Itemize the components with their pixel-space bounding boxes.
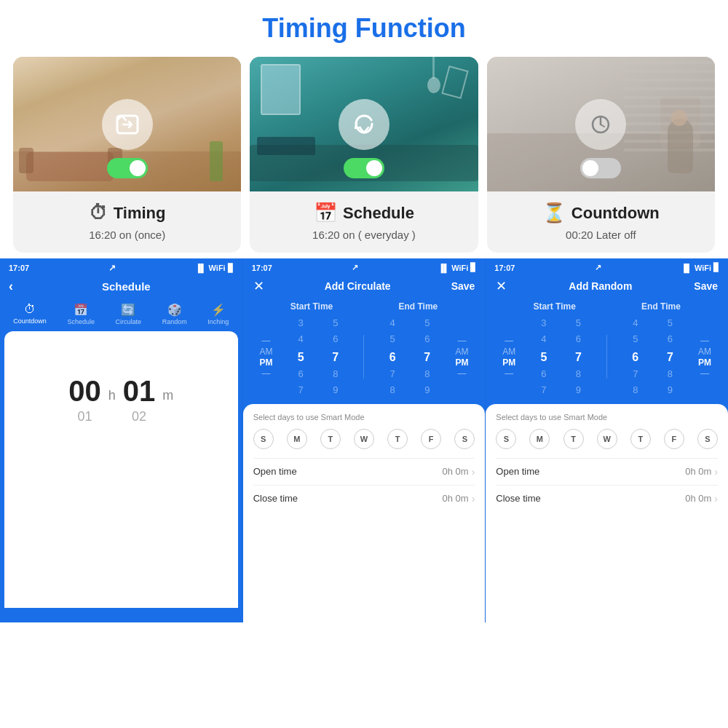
min-col-start3: 5 6 7 8 9 [570, 316, 586, 398]
timing-card-title: ⏱ Timing [22, 202, 232, 224]
tab-random[interactable]: 🎲 Random [162, 303, 187, 325]
clock-icon: ⏱ [89, 202, 108, 224]
phone2-time-labels: Start Time End Time [243, 298, 486, 314]
countdown-phone-icon [575, 99, 626, 150]
day3-T1[interactable]: T [563, 429, 584, 449]
back-arrow-icon[interactable]: ‹ [9, 279, 13, 294]
wifi-icon: WiFi [209, 264, 226, 272]
day3-F[interactable]: F [664, 429, 684, 449]
close-button-3[interactable]: ✕ [496, 278, 507, 294]
phone2-scroll-picker: — AM PM — 3 4 5 6 7 5 6 7 8 9 [243, 314, 486, 400]
chevron-right-icon-3: › [714, 466, 718, 478]
phone3-nav-title: Add Random [569, 280, 632, 292]
tab-countdown[interactable]: ⏱ Countdown [13, 303, 47, 325]
phone1-status-bar: 17:07 ↗ ▐▌ WiFi ▊ [0, 258, 242, 276]
tab-circulate[interactable]: 🔄 Circulate [116, 303, 142, 325]
min-col-start: 5 6 7 8 9 [328, 316, 344, 398]
countdown-card-title: ⏳ Countdown [496, 202, 706, 224]
phone1-location: ↗ [108, 263, 116, 273]
day3-W[interactable]: W [597, 429, 617, 449]
hour-col: 00 01 [68, 375, 101, 424]
day-T1[interactable]: T [320, 429, 341, 449]
circulate-tab-icon: 🔄 [121, 303, 135, 317]
save-button-2[interactable]: Save [451, 280, 475, 292]
tab-schedule[interactable]: 📅 Schedule [67, 303, 95, 325]
ampm-col-start: — AM PM — [258, 336, 274, 379]
countdown-toggle[interactable] [580, 158, 621, 178]
min-sub: 02 [132, 409, 146, 424]
schedule-repeat-icon [339, 99, 389, 150]
chevron-right-icon: › [472, 466, 475, 478]
timing-card: ⏱ Timing 16:20 on (once) [13, 57, 241, 253]
phone2-nav-title: Add Circulate [325, 280, 391, 292]
min-col-end3: 5 6 7 8 9 [662, 316, 678, 398]
phone3-bottom-panel: Select days to use Smart Mode S M T W T … [486, 404, 728, 622]
timing-toggle[interactable] [107, 158, 148, 178]
save-button-3[interactable]: Save [694, 280, 718, 292]
cards-row: ⏱ Timing 16:20 on (once) [0, 51, 728, 258]
page-header: Timing Function [0, 0, 728, 51]
phone1-tabs: ⏱ Countdown 📅 Schedule 🔄 Circulate 🎲 Ran… [0, 298, 242, 325]
day3-S1[interactable]: S [496, 429, 516, 449]
phone3-close-time-row[interactable]: Close time 0h 0m › [496, 485, 718, 512]
start-time-label-3: Start Time [533, 301, 575, 312]
day3-T2[interactable]: T [630, 429, 651, 449]
phone1-status-icons: ▐▌ WiFi ▊ [195, 264, 234, 273]
phone3-time: 17:07 [494, 264, 515, 272]
phone2-status-icons: ▐▌ WiFi ▊ [438, 263, 477, 272]
day-W[interactable]: W [354, 429, 374, 449]
chevron-right-icon-2: › [472, 493, 475, 505]
page-title: Timing Function [0, 13, 728, 44]
phone2-status-bar: 17:07 ↗ ▐▌ WiFi ▊ [243, 258, 486, 275]
close-time-value: 0h 0m › [443, 493, 475, 505]
phone2-close-time-row[interactable]: Close time 0h 0m › [253, 485, 475, 512]
day-M[interactable]: M [287, 429, 307, 449]
phone2-location: ↗ [352, 263, 358, 272]
battery-icon2: ▊ [470, 263, 476, 272]
hour-col-start3: 3 4 5 6 7 [536, 316, 552, 398]
picker-divider-3 [606, 335, 607, 379]
day-S1[interactable]: S [253, 429, 274, 449]
random-tab-icon: 🎲 [167, 303, 182, 317]
timing-repeat-icon [102, 99, 153, 150]
phone2-open-time-row[interactable]: Open time 0h 0m › [253, 458, 475, 485]
phone2-bottom-panel: Select days to use Smart Mode S M T W T … [243, 404, 486, 622]
hour-sub: 01 [78, 409, 92, 424]
phone3-nav: ✕ Add Random Save [486, 275, 728, 298]
day-T2[interactable]: T [387, 429, 408, 449]
phone3-location: ↗ [595, 263, 601, 272]
day-S2[interactable]: S [454, 429, 475, 449]
phone3-scroll-picker: — AM PM — 3 4 5 6 7 5 6 7 8 9 4 [486, 314, 728, 400]
day3-M[interactable]: M [529, 429, 550, 449]
close-button-2[interactable]: ✕ [253, 278, 264, 294]
tab-inching[interactable]: ⚡ Inching [207, 303, 229, 325]
countdown-tab-icon: ⏱ [24, 303, 36, 316]
min-col: 01 02 [123, 375, 156, 424]
hour-display: 00 [68, 375, 101, 408]
open-time-label-3: Open time [496, 466, 539, 477]
close-time-value-3: 0h 0m › [685, 493, 718, 505]
schedule-card-image [250, 57, 478, 191]
phone3-status-bar: 17:07 ↗ ▐▌ WiFi ▊ [486, 258, 728, 275]
schedule-toggle[interactable] [344, 158, 384, 178]
wifi-icon2: WiFi [451, 264, 468, 272]
day3-S2[interactable]: S [697, 429, 718, 449]
time-picker: 00 01 h 01 02 m [4, 331, 238, 424]
timing-card-sub: 16:20 on (once) [22, 229, 232, 241]
phone2-days-row: S M T W T F S [253, 429, 475, 449]
am-label: AM [260, 347, 273, 357]
phone2-nav: ✕ Add Circulate Save [243, 275, 486, 298]
close-time-label: Close time [253, 493, 298, 504]
chevron-right-icon-4: › [714, 493, 718, 505]
schedule-icon: 📅 [314, 202, 337, 224]
phones-row: 17:07 ↗ ▐▌ WiFi ▊ ‹ Schedule ⏱ Countdown… [0, 258, 728, 622]
phone2-time: 17:07 [252, 264, 272, 272]
ampm-col-start3: — AM PM — [501, 336, 517, 379]
schedule-toggle-knob [366, 160, 382, 176]
day-F[interactable]: F [421, 429, 441, 449]
phone2-days-label: Select days to use Smart Mode [253, 413, 475, 422]
timing-card-image [13, 57, 241, 191]
phone3-open-time-row[interactable]: Open time 0h 0m › [496, 458, 718, 485]
countdown-card-sub: 00:20 Later off [496, 229, 706, 241]
open-time-value-3: 0h 0m › [685, 466, 718, 478]
